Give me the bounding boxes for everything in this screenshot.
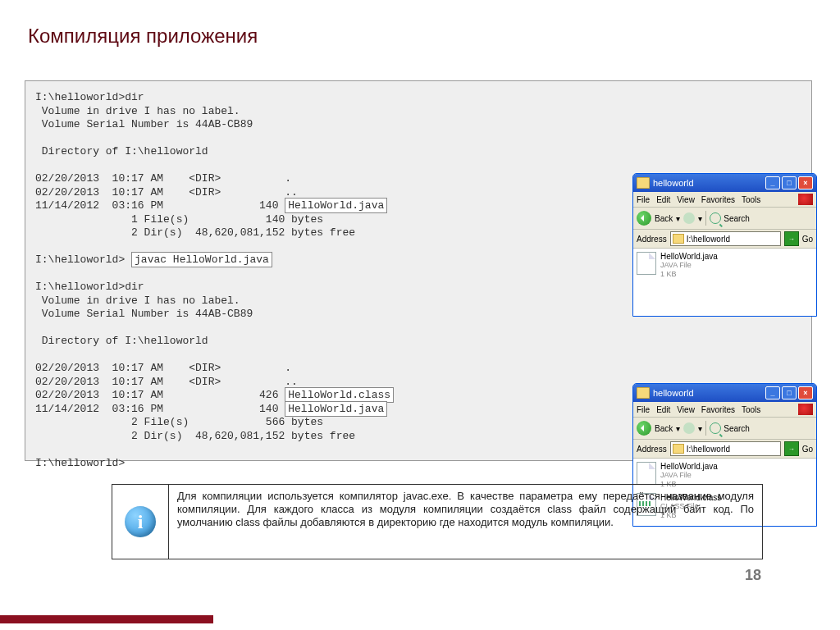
window-title: helloworld bbox=[653, 178, 694, 188]
address-input[interactable]: I:\helloworld bbox=[670, 231, 781, 246]
close-button[interactable]: × bbox=[798, 386, 813, 399]
console-line: I:\helloworld> bbox=[35, 253, 131, 266]
menu-tools[interactable]: Tools bbox=[742, 405, 760, 414]
windows-flag-icon bbox=[798, 194, 813, 205]
decorative-strip bbox=[0, 615, 213, 623]
search-label: Search bbox=[724, 424, 750, 433]
list-item[interactable]: HelloWorld.java JAVA File 1 KB bbox=[637, 252, 813, 279]
back-label[interactable]: Back bbox=[655, 214, 673, 223]
titlebar[interactable]: helloworld _ □ × bbox=[633, 174, 816, 192]
info-icon-cell: i bbox=[112, 485, 169, 559]
chevron-down-icon[interactable]: ▾ bbox=[698, 214, 702, 223]
console-line: 11/14/2012 03:16 PM 140 bbox=[35, 403, 285, 415]
toolbar: Back ▾ ▾ Search bbox=[633, 418, 816, 440]
windows-flag-icon bbox=[798, 404, 813, 415]
console-line: 2 Dir(s) 48,620,081,152 bytes free bbox=[35, 226, 355, 239]
console-line: 1 File(s) 140 bytes bbox=[35, 213, 323, 226]
console-line: 02/20/2013 10:17 AM <DIR> .. bbox=[35, 376, 298, 388]
chevron-down-icon[interactable]: ▾ bbox=[676, 214, 680, 223]
go-button[interactable]: → bbox=[784, 231, 799, 246]
chevron-down-icon[interactable]: ▾ bbox=[676, 424, 680, 433]
description-box: i Для компиляции используется компилятор… bbox=[112, 484, 763, 559]
back-label[interactable]: Back bbox=[655, 424, 673, 433]
highlight-filename-java: HelloWorld.java bbox=[285, 198, 387, 213]
menubar: File Edit View Favorites Tools bbox=[633, 192, 816, 208]
console-line: 2 File(s) 566 bytes bbox=[35, 416, 323, 428]
menu-favorites[interactable]: Favorites bbox=[701, 405, 735, 414]
maximize-button[interactable]: □ bbox=[782, 176, 797, 189]
address-input[interactable]: I:\helloworld bbox=[670, 441, 781, 456]
search-button[interactable]: Search bbox=[710, 212, 750, 224]
console-line: Volume Serial Number is 44AB-CB89 bbox=[35, 308, 253, 320]
console-line: 02/20/2013 10:17 AM 426 bbox=[35, 389, 285, 401]
menu-edit[interactable]: Edit bbox=[656, 195, 670, 204]
forward-button-icon[interactable] bbox=[683, 212, 695, 224]
minimize-button[interactable]: _ bbox=[765, 176, 780, 189]
window-title: helloworld bbox=[653, 388, 694, 398]
menu-file[interactable]: File bbox=[637, 195, 650, 204]
close-button[interactable]: × bbox=[798, 176, 813, 189]
console-line: Volume in drive I has no label. bbox=[35, 294, 240, 307]
console-line: 11/14/2012 03:16 PM 140 bbox=[35, 199, 285, 212]
separator bbox=[705, 421, 706, 436]
search-icon bbox=[710, 422, 721, 434]
console-panel: I:\helloworld>dir Volume in drive I has … bbox=[25, 80, 812, 461]
highlight-filename-java2: HelloWorld.java bbox=[285, 401, 387, 417]
folder-icon bbox=[673, 234, 684, 244]
back-button-icon[interactable] bbox=[637, 421, 651, 436]
folder-icon bbox=[673, 444, 684, 454]
java-file-icon bbox=[637, 252, 656, 275]
file-size: 1 KB bbox=[660, 270, 718, 279]
console-line: 02/20/2013 10:17 AM <DIR> . bbox=[35, 362, 291, 374]
toolbar: Back ▾ ▾ Search bbox=[633, 208, 816, 230]
console-line: I:\helloworld>dir bbox=[35, 281, 144, 293]
description-text: Для компиляции используется компилятор j… bbox=[169, 485, 762, 559]
menu-view[interactable]: View bbox=[677, 405, 695, 414]
info-icon: i bbox=[125, 506, 156, 537]
menu-tools[interactable]: Tools bbox=[742, 195, 760, 204]
console-line: Directory of I:\helloworld bbox=[35, 145, 208, 158]
console-line: Volume in drive I has no label. bbox=[35, 105, 240, 117]
page-number: 18 bbox=[745, 567, 761, 584]
console-line: 02/20/2013 10:17 AM <DIR> . bbox=[35, 172, 291, 185]
menu-file[interactable]: File bbox=[637, 405, 650, 414]
file-list: HelloWorld.java JAVA File 1 KB bbox=[633, 249, 816, 317]
menu-view[interactable]: View bbox=[677, 195, 695, 204]
folder-icon bbox=[637, 177, 650, 189]
chevron-down-icon[interactable]: ▾ bbox=[698, 424, 702, 433]
titlebar[interactable]: helloworld _ □ × bbox=[633, 384, 816, 402]
java-file-icon bbox=[637, 462, 656, 485]
slide-title: Компиляция приложения bbox=[28, 25, 258, 48]
go-label[interactable]: Go bbox=[802, 445, 813, 454]
file-type: JAVA File bbox=[660, 261, 718, 270]
address-label: Address bbox=[637, 445, 667, 454]
console-line: 02/20/2013 10:17 AM <DIR> .. bbox=[35, 186, 298, 199]
console-line: I:\helloworld> bbox=[35, 457, 125, 469]
menu-favorites[interactable]: Favorites bbox=[701, 195, 735, 204]
separator bbox=[705, 211, 706, 226]
minimize-button[interactable]: _ bbox=[765, 386, 780, 399]
console-line: I:\helloworld>dir bbox=[35, 91, 144, 103]
maximize-button[interactable]: □ bbox=[782, 386, 797, 399]
go-button[interactable]: → bbox=[784, 441, 799, 456]
file-name: HelloWorld.java bbox=[660, 252, 718, 261]
search-label: Search bbox=[724, 214, 750, 223]
console-line: Directory of I:\helloworld bbox=[35, 335, 208, 347]
address-value: I:\helloworld bbox=[687, 235, 730, 244]
menu-edit[interactable]: Edit bbox=[656, 405, 670, 414]
file-name: HelloWorld.java bbox=[660, 462, 718, 471]
forward-button-icon[interactable] bbox=[683, 422, 695, 434]
search-icon bbox=[710, 212, 721, 224]
highlight-javac-command: javac HelloWorld.java bbox=[131, 252, 272, 267]
address-bar: Address I:\helloworld → Go bbox=[633, 440, 816, 459]
search-button[interactable]: Search bbox=[710, 422, 750, 434]
back-button-icon[interactable] bbox=[637, 211, 651, 226]
address-value: I:\helloworld bbox=[687, 445, 730, 454]
go-label[interactable]: Go bbox=[802, 235, 813, 244]
folder-icon bbox=[637, 387, 650, 399]
address-label: Address bbox=[637, 235, 667, 244]
console-output: I:\helloworld>dir Volume in drive I has … bbox=[35, 91, 394, 470]
file-type: JAVA File bbox=[660, 471, 718, 480]
explorer-window-before: helloworld _ □ × File Edit View Favorite… bbox=[632, 173, 817, 317]
menubar: File Edit View Favorites Tools bbox=[633, 402, 816, 418]
